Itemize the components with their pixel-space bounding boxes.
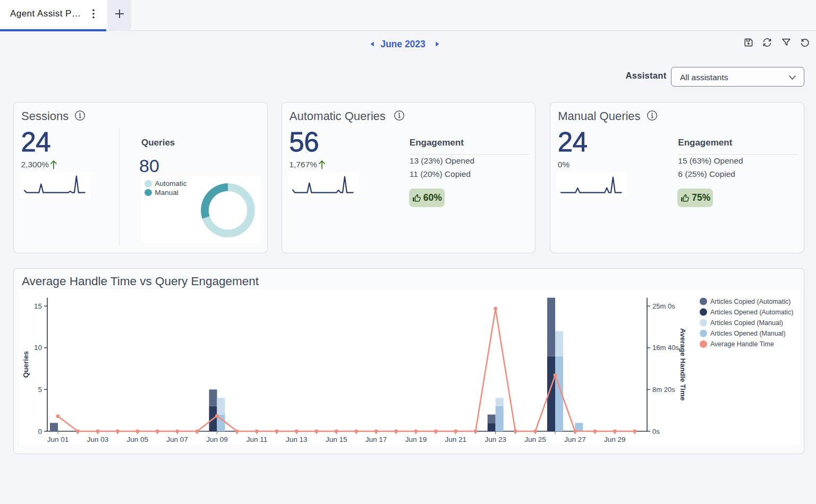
svg-text:Jun 19: Jun 19 <box>405 435 427 443</box>
svg-text:Jun 13: Jun 13 <box>286 435 308 443</box>
svg-text:Articles Opened (Manual): Articles Opened (Manual) <box>710 330 786 337</box>
svg-text:Jun 27: Jun 27 <box>564 435 586 443</box>
svg-text:Jun 15: Jun 15 <box>326 435 347 443</box>
svg-text:Jun 23: Jun 23 <box>484 435 506 443</box>
svg-text:Jun 29: Jun 29 <box>604 435 626 443</box>
svg-text:16m 40s: 16m 40s <box>652 344 679 352</box>
svg-text:Average Handle Time: Average Handle Time <box>679 328 687 400</box>
svg-text:Jun 25: Jun 25 <box>524 435 546 443</box>
svg-text:15: 15 <box>34 302 42 310</box>
svg-text:5: 5 <box>38 385 42 393</box>
svg-text:Jun 07: Jun 07 <box>166 435 188 443</box>
svg-text:Queries: Queries <box>22 351 30 378</box>
svg-text:Jun 11: Jun 11 <box>246 435 268 443</box>
svg-text:Articles Copied (Automatic): Articles Copied (Automatic) <box>710 298 790 305</box>
svg-text:Jun 21: Jun 21 <box>445 435 467 443</box>
svg-text:8m 20s: 8m 20s <box>652 385 675 393</box>
svg-text:Jun 03: Jun 03 <box>87 435 109 443</box>
svg-text:Average Handle Time: Average Handle Time <box>710 340 774 348</box>
svg-text:25m 0s: 25m 0s <box>652 302 675 310</box>
svg-text:0: 0 <box>38 427 42 435</box>
svg-text:Jun 01: Jun 01 <box>47 435 69 443</box>
svg-text:Articles Copied (Manual): Articles Copied (Manual) <box>710 319 783 327</box>
svg-text:Articles Opened (Automatic): Articles Opened (Automatic) <box>710 309 793 316</box>
svg-text:0s: 0s <box>652 427 660 435</box>
svg-text:Jun 05: Jun 05 <box>127 435 149 443</box>
svg-text:10: 10 <box>34 344 42 352</box>
svg-text:Jun 09: Jun 09 <box>206 435 228 443</box>
svg-text:Jun 17: Jun 17 <box>366 435 387 443</box>
